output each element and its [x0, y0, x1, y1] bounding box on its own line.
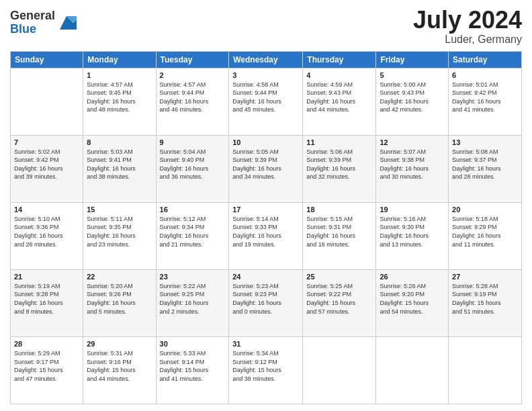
calendar-week-row-3: 14Sunrise: 5:10 AM Sunset: 9:36 PM Dayli…: [11, 202, 522, 269]
calendar-cell: 4Sunrise: 4:59 AM Sunset: 9:43 PM Daylig…: [303, 68, 376, 135]
day-info: Sunrise: 5:31 AM Sunset: 9:16 PM Dayligh…: [87, 349, 152, 383]
calendar-cell: 25Sunrise: 5:25 AM Sunset: 9:22 PM Dayli…: [303, 269, 376, 336]
calendar-cell: 30Sunrise: 5:33 AM Sunset: 9:14 PM Dayli…: [156, 336, 229, 404]
day-number: 3: [232, 71, 299, 79]
calendar-cell: 31Sunrise: 5:34 AM Sunset: 9:12 PM Dayli…: [229, 336, 303, 404]
calendar-cell: 7Sunrise: 5:02 AM Sunset: 9:42 PM Daylig…: [11, 135, 83, 202]
calendar-cell: 24Sunrise: 5:23 AM Sunset: 9:23 PM Dayli…: [229, 269, 303, 336]
day-number: 23: [160, 273, 226, 281]
day-number: 28: [14, 340, 79, 348]
calendar-cell: 23Sunrise: 5:22 AM Sunset: 9:25 PM Dayli…: [156, 269, 229, 336]
calendar-week-row-2: 7Sunrise: 5:02 AM Sunset: 9:42 PM Daylig…: [11, 135, 522, 202]
day-number: 24: [232, 273, 299, 281]
calendar-cell: 26Sunrise: 5:26 AM Sunset: 9:20 PM Dayli…: [376, 269, 449, 336]
day-info: Sunrise: 5:02 AM Sunset: 9:42 PM Dayligh…: [14, 148, 79, 181]
calendar-cell: 15Sunrise: 5:11 AM Sunset: 9:35 PM Dayli…: [83, 202, 156, 269]
day-number: 9: [160, 138, 226, 146]
day-number: 10: [232, 138, 299, 146]
calendar-cell: 6Sunrise: 5:01 AM Sunset: 9:42 PM Daylig…: [449, 68, 522, 135]
calendar-cell: 12Sunrise: 5:07 AM Sunset: 9:38 PM Dayli…: [376, 135, 449, 202]
day-number: 8: [87, 138, 152, 146]
day-number: 27: [452, 273, 518, 281]
header-saturday: Saturday: [449, 51, 522, 68]
day-info: Sunrise: 5:34 AM Sunset: 9:12 PM Dayligh…: [232, 349, 299, 383]
header-tuesday: Tuesday: [156, 51, 229, 68]
calendar-cell: 29Sunrise: 5:31 AM Sunset: 9:16 PM Dayli…: [83, 336, 156, 404]
day-info: Sunrise: 5:28 AM Sunset: 9:19 PM Dayligh…: [452, 282, 518, 316]
calendar-cell: 8Sunrise: 5:03 AM Sunset: 9:41 PM Daylig…: [83, 135, 156, 202]
logo-icon: [56, 13, 77, 33]
day-info: Sunrise: 5:08 AM Sunset: 9:37 PM Dayligh…: [452, 148, 518, 181]
day-info: Sunrise: 5:20 AM Sunset: 9:26 PM Dayligh…: [87, 282, 152, 316]
logo-general: General: [10, 9, 55, 23]
day-number: 6: [452, 71, 518, 79]
logo-blue: Blue: [10, 23, 55, 36]
day-info: Sunrise: 5:15 AM Sunset: 9:31 PM Dayligh…: [306, 215, 372, 248]
day-number: 30: [160, 340, 226, 348]
logo: General Blue: [10, 9, 77, 36]
day-number: 20: [452, 205, 518, 214]
calendar-cell: 14Sunrise: 5:10 AM Sunset: 9:36 PM Dayli…: [11, 202, 83, 269]
header-friday: Friday: [376, 51, 449, 68]
calendar-cell: 5Sunrise: 5:00 AM Sunset: 9:43 PM Daylig…: [376, 68, 449, 135]
calendar-week-row-4: 21Sunrise: 5:19 AM Sunset: 9:28 PM Dayli…: [11, 269, 522, 336]
day-info: Sunrise: 5:03 AM Sunset: 9:41 PM Dayligh…: [87, 148, 152, 181]
day-info: Sunrise: 5:26 AM Sunset: 9:20 PM Dayligh…: [380, 282, 445, 316]
day-number: 11: [306, 138, 372, 146]
header-thursday: Thursday: [303, 51, 376, 68]
title-month-year: July 2024: [413, 7, 522, 34]
calendar-cell: 28Sunrise: 5:29 AM Sunset: 9:17 PM Dayli…: [11, 336, 83, 404]
day-info: Sunrise: 5:16 AM Sunset: 9:30 PM Dayligh…: [380, 215, 445, 248]
day-info: Sunrise: 5:06 AM Sunset: 9:39 PM Dayligh…: [306, 148, 372, 181]
calendar-cell: 17Sunrise: 5:14 AM Sunset: 9:33 PM Dayli…: [229, 202, 303, 269]
logo-text: General Blue: [10, 9, 55, 36]
day-number: 29: [87, 340, 152, 348]
calendar-week-row-5: 28Sunrise: 5:29 AM Sunset: 9:17 PM Dayli…: [11, 336, 522, 404]
calendar-cell: 10Sunrise: 5:05 AM Sunset: 9:39 PM Dayli…: [229, 135, 303, 202]
day-info: Sunrise: 5:23 AM Sunset: 9:23 PM Dayligh…: [232, 282, 299, 316]
day-number: 7: [14, 138, 79, 146]
day-info: Sunrise: 5:10 AM Sunset: 9:36 PM Dayligh…: [14, 215, 79, 248]
header: General Blue July 2024 Luder, Germany: [10, 7, 522, 46]
day-number: 1: [87, 71, 152, 79]
day-info: Sunrise: 5:33 AM Sunset: 9:14 PM Dayligh…: [160, 349, 226, 383]
day-number: 5: [380, 71, 445, 79]
day-number: 31: [232, 340, 299, 348]
calendar-cell: 27Sunrise: 5:28 AM Sunset: 9:19 PM Dayli…: [449, 269, 522, 336]
day-number: 21: [14, 273, 79, 281]
calendar-cell: 3Sunrise: 4:58 AM Sunset: 9:44 PM Daylig…: [229, 68, 303, 135]
day-info: Sunrise: 5:29 AM Sunset: 9:17 PM Dayligh…: [14, 349, 79, 383]
calendar-cell: 2Sunrise: 4:57 AM Sunset: 9:44 PM Daylig…: [156, 68, 229, 135]
day-number: 25: [306, 273, 372, 281]
calendar-cell: 1Sunrise: 4:57 AM Sunset: 9:45 PM Daylig…: [83, 68, 156, 135]
day-number: 22: [87, 273, 152, 281]
day-info: Sunrise: 5:14 AM Sunset: 9:33 PM Dayligh…: [232, 215, 299, 248]
title-location: Luder, Germany: [413, 34, 522, 46]
day-info: Sunrise: 5:18 AM Sunset: 9:29 PM Dayligh…: [452, 215, 518, 248]
day-info: Sunrise: 5:12 AM Sunset: 9:34 PM Dayligh…: [160, 215, 226, 248]
day-number: 14: [14, 205, 79, 214]
day-info: Sunrise: 5:01 AM Sunset: 9:42 PM Dayligh…: [452, 81, 518, 114]
day-number: 15: [87, 205, 152, 214]
header-monday: Monday: [83, 51, 156, 68]
day-number: 17: [232, 205, 299, 214]
calendar-cell: [449, 336, 522, 404]
title-block: July 2024 Luder, Germany: [413, 7, 522, 46]
day-info: Sunrise: 4:57 AM Sunset: 9:44 PM Dayligh…: [160, 81, 226, 114]
day-number: 4: [306, 71, 372, 79]
calendar-cell: [11, 68, 83, 135]
calendar-week-row-1: 1Sunrise: 4:57 AM Sunset: 9:45 PM Daylig…: [11, 68, 522, 135]
page: General Blue July 2024 Luder, Germany Su…: [0, 0, 532, 411]
day-info: Sunrise: 5:07 AM Sunset: 9:38 PM Dayligh…: [380, 148, 445, 181]
day-number: 2: [160, 71, 226, 79]
calendar-cell: 21Sunrise: 5:19 AM Sunset: 9:28 PM Dayli…: [11, 269, 83, 336]
day-info: Sunrise: 5:19 AM Sunset: 9:28 PM Dayligh…: [14, 282, 79, 316]
day-number: 18: [306, 205, 372, 214]
calendar-cell: [376, 336, 449, 404]
day-info: Sunrise: 4:58 AM Sunset: 9:44 PM Dayligh…: [232, 81, 299, 114]
day-info: Sunrise: 5:25 AM Sunset: 9:22 PM Dayligh…: [306, 282, 372, 316]
day-info: Sunrise: 4:57 AM Sunset: 9:45 PM Dayligh…: [87, 81, 152, 114]
calendar-cell: 18Sunrise: 5:15 AM Sunset: 9:31 PM Dayli…: [303, 202, 376, 269]
day-info: Sunrise: 4:59 AM Sunset: 9:43 PM Dayligh…: [306, 81, 372, 114]
day-number: 26: [380, 273, 445, 281]
